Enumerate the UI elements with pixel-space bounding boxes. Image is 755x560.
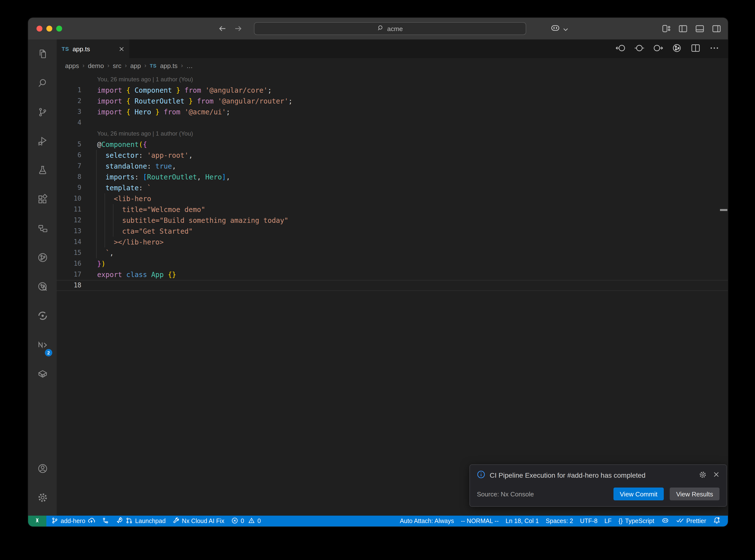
- history-forward-icon[interactable]: [234, 24, 243, 33]
- branch-status-item[interactable]: add-hero: [48, 516, 99, 526]
- toggle-panel-icon[interactable]: [695, 24, 705, 34]
- customize-layout-icon[interactable]: [661, 24, 671, 34]
- code-line[interactable]: 11 title="Welcmoe demo": [57, 204, 728, 215]
- command-center-search[interactable]: acme: [254, 22, 526, 35]
- search-value: acme: [387, 25, 403, 32]
- sidebar-item-swirl-extension[interactable]: [28, 305, 57, 328]
- settings-button[interactable]: [28, 486, 57, 510]
- editor-area: TS app.ts: [57, 39, 728, 516]
- code-line[interactable]: 5@Component({: [57, 139, 728, 150]
- code-line[interactable]: 4: [57, 117, 728, 128]
- line-number: 4: [57, 117, 97, 128]
- code-line[interactable]: 14 ></lib-hero>: [57, 237, 728, 247]
- code-line[interactable]: 16}): [57, 258, 728, 269]
- sidebar-item-container-tools[interactable]: [28, 363, 57, 386]
- history-back-icon[interactable]: [218, 24, 227, 33]
- code-line[interactable]: 18: [57, 280, 728, 291]
- git-branch-icon: [51, 517, 58, 525]
- blame-row[interactable]: You, 26 minutes ago | 1 author (You): [57, 128, 728, 139]
- toggle-secondary-sidebar-icon[interactable]: [712, 24, 721, 34]
- extensions-icon: [37, 194, 48, 207]
- code-line[interactable]: 3import { Hero } from '@acme/ui';: [57, 106, 728, 117]
- status-bar: add-hero Launchpad Nx Cloud AI Fix: [28, 516, 728, 526]
- breadcrumb-more[interactable]: …: [186, 62, 193, 69]
- sidebar-item-run-debug[interactable]: [28, 130, 57, 154]
- line-number: 12: [57, 215, 97, 226]
- remote-indicator[interactable]: [28, 516, 46, 526]
- close-tab-icon[interactable]: [119, 45, 124, 53]
- copilot-menu-button[interactable]: [550, 23, 568, 36]
- auto-attach-status-item[interactable]: Auto Attach: Always: [397, 516, 458, 526]
- code-line[interactable]: 8 imports: [RouterOutlet, Hero],: [57, 172, 728, 182]
- account-button[interactable]: [28, 458, 57, 481]
- line-number: 5: [57, 139, 97, 150]
- toast-settings-gear-icon[interactable]: [699, 471, 707, 480]
- nav-current-icon[interactable]: [634, 43, 644, 55]
- zoom-window-button[interactable]: [56, 26, 62, 32]
- breadcrumb-item[interactable]: app: [130, 62, 141, 69]
- code-line[interactable]: 2import { RouterOutlet } from '@angular/…: [57, 96, 728, 106]
- nx-cloud-status-item[interactable]: Nx Cloud AI Fix: [169, 516, 228, 526]
- view-commit-button[interactable]: View Commit: [614, 487, 664, 500]
- breadcrumb-item[interactable]: src: [113, 62, 121, 69]
- indentation-status-item[interactable]: Spaces: 2: [542, 516, 576, 526]
- code-line[interactable]: 13 cta="Get Started": [57, 226, 728, 237]
- vim-mode-status-item[interactable]: -- NORMAL --: [457, 516, 502, 526]
- breadcrumb-file[interactable]: app.ts: [160, 62, 178, 69]
- sidebar-item-extensions[interactable]: [28, 188, 57, 212]
- view-results-button[interactable]: View Results: [670, 487, 719, 500]
- sidebar-item-hierarchy-view[interactable]: [28, 217, 57, 241]
- blame-row[interactable]: You, 26 minutes ago | 1 author (You): [57, 74, 728, 85]
- breadcrumb-item[interactable]: demo: [88, 62, 104, 69]
- code-line[interactable]: 9 template: `: [57, 182, 728, 193]
- toast-close-icon[interactable]: [713, 471, 719, 479]
- code-text: standalone: true,: [97, 161, 176, 172]
- split-editor-icon[interactable]: [690, 43, 701, 55]
- sidebar-item-search[interactable]: [28, 72, 57, 96]
- chevron-right-icon: ›: [125, 62, 127, 69]
- line-number: 17: [57, 269, 97, 280]
- encoding-status-item[interactable]: UTF-8: [577, 516, 601, 526]
- problems-status-item[interactable]: 0 0: [228, 516, 264, 526]
- sidebar-item-nx-console[interactable]: 2: [28, 334, 57, 357]
- screen: acme: [0, 0, 755, 560]
- code-line[interactable]: 6 selector: 'app-root',: [57, 150, 728, 161]
- more-actions-icon[interactable]: [709, 43, 719, 55]
- git-compare-status-item[interactable]: [99, 516, 113, 526]
- minimize-window-button[interactable]: [46, 26, 52, 32]
- copilot-icon: [550, 23, 561, 36]
- code-line[interactable]: 7 standalone: true,: [57, 161, 728, 172]
- toggle-primary-sidebar-icon[interactable]: [678, 24, 688, 34]
- blame-annotation: You, 26 minutes ago | 1 author (You): [97, 128, 193, 139]
- launchpad-status-item[interactable]: Launchpad: [113, 516, 169, 526]
- eol-status-item[interactable]: LF: [601, 516, 615, 526]
- language-status-item[interactable]: {} TypeScript: [615, 516, 658, 526]
- code-line[interactable]: 15 `,: [57, 247, 728, 258]
- notifications-status-item[interactable]: [710, 516, 724, 526]
- sidebar-item-gitlens[interactable]: [28, 246, 57, 270]
- code-line[interactable]: 12 subtitle="Build something amazing tod…: [57, 215, 728, 226]
- cursor-position-status-item[interactable]: Ln 18, Col 1: [502, 516, 542, 526]
- code-line[interactable]: 1import { Component } from '@angular/cor…: [57, 85, 728, 96]
- typescript-file-icon: TS: [62, 46, 69, 52]
- titlebar[interactable]: acme: [28, 18, 728, 39]
- code-line[interactable]: 10 <lib-hero: [57, 193, 728, 204]
- sidebar-item-explorer[interactable]: [28, 43, 57, 66]
- commit-graph-icon[interactable]: [672, 43, 682, 55]
- formatter-status-item[interactable]: Prettier: [672, 516, 710, 526]
- git-pr-icon: [126, 517, 133, 525]
- notification-toast: CI Pipeline Execution for #add-hero has …: [470, 464, 727, 507]
- code-editor[interactable]: You, 26 minutes ago | 1 author (You)1imp…: [57, 73, 728, 516]
- code-line[interactable]: 17export class App {}: [57, 269, 728, 280]
- double-check-icon: [676, 517, 684, 525]
- sidebar-item-source-control[interactable]: [28, 101, 57, 125]
- tab-app-ts[interactable]: TS app.ts: [57, 39, 129, 58]
- breadcrumb-item[interactable]: apps: [65, 62, 79, 69]
- sidebar-item-gitlens-inspect[interactable]: [28, 276, 57, 299]
- nav-forward-icon[interactable]: [653, 43, 663, 55]
- copilot-status-item[interactable]: [658, 516, 672, 526]
- sidebar-item-testing[interactable]: [28, 159, 57, 183]
- close-window-button[interactable]: [37, 26, 42, 32]
- scrollbar[interactable]: [719, 73, 728, 516]
- nav-back-icon[interactable]: [615, 43, 626, 55]
